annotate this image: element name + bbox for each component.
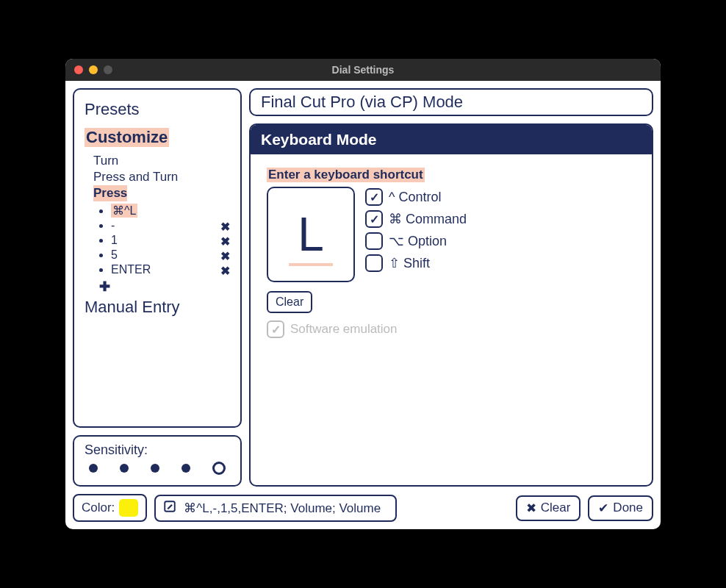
sidebar-item-turn[interactable]: Turn bbox=[93, 153, 230, 169]
sidebar-item-press[interactable]: Press bbox=[93, 185, 127, 201]
sensitivity-slider[interactable] bbox=[85, 458, 230, 475]
color-label: Color: bbox=[82, 501, 115, 515]
close-icon: ✖ bbox=[526, 501, 536, 516]
keyboard-mode-header: Keyboard Mode bbox=[251, 125, 652, 154]
press-action-item[interactable]: ⌘^L bbox=[111, 203, 230, 218]
clear-all-button[interactable]: ✖ Clear bbox=[516, 495, 581, 521]
main-row: Presets Customize Turn Press and Turn Pr… bbox=[73, 88, 653, 487]
clear-shortcut-button[interactable]: Clear bbox=[267, 291, 312, 313]
presets-heading[interactable]: Presets bbox=[85, 100, 230, 119]
summary-field-wrap bbox=[154, 495, 397, 522]
modifier-label: ⌘ Command bbox=[389, 211, 467, 227]
sensitivity-level-selected[interactable] bbox=[212, 462, 226, 475]
shortcut-key-input[interactable]: L bbox=[267, 187, 355, 282]
checkbox-checked-icon[interactable]: ✓ bbox=[365, 188, 383, 206]
done-button[interactable]: ✔ Done bbox=[588, 495, 653, 521]
mode-title: Final Cut Pro (via CP) Mode bbox=[261, 93, 463, 111]
sensitivity-panel: Sensitivity: bbox=[73, 435, 242, 487]
customize-items: Turn Press and Turn Press bbox=[85, 153, 230, 201]
delete-action-icon[interactable]: ✖ bbox=[220, 234, 230, 248]
delete-action-icon[interactable]: ✖ bbox=[220, 249, 230, 263]
delete-action-icon[interactable]: ✖ bbox=[220, 264, 230, 278]
summary-input[interactable] bbox=[184, 501, 388, 515]
close-window-button[interactable] bbox=[74, 65, 83, 74]
sidebar-panel: Presets Customize Turn Press and Turn Pr… bbox=[73, 88, 242, 428]
shortcut-key-letter: L bbox=[298, 207, 324, 262]
minimize-window-button[interactable] bbox=[89, 65, 98, 74]
modifier-list: ✓ ^ Control ✓ ⌘ Command ⌥ Option bbox=[365, 187, 467, 272]
color-picker[interactable]: Color: bbox=[73, 494, 147, 522]
press-action-item[interactable]: 5✖ bbox=[111, 248, 230, 262]
left-column: Presets Customize Turn Press and Turn Pr… bbox=[73, 88, 242, 487]
shortcut-prompt-label: Enter a keyboard shortcut bbox=[267, 168, 425, 182]
press-actions-list: ⌘^L -✖ 1✖ 5✖ ENTER✖ bbox=[85, 203, 230, 277]
press-action-item[interactable]: ENTER✖ bbox=[111, 262, 230, 277]
software-emulation-row: ✓ Software emulation bbox=[267, 320, 636, 338]
sidebar-item-press-and-turn[interactable]: Press and Turn bbox=[93, 169, 230, 185]
window-controls bbox=[65, 65, 112, 74]
content: Presets Customize Turn Press and Turn Pr… bbox=[65, 81, 661, 529]
modifier-shift[interactable]: ⇧ Shift bbox=[365, 254, 467, 272]
press-action-item[interactable]: 1✖ bbox=[111, 233, 230, 248]
shortcut-row: L ✓ ^ Control ✓ ⌘ Command bbox=[267, 187, 636, 282]
sensitivity-level[interactable] bbox=[120, 464, 129, 473]
delete-action-icon[interactable]: ✖ bbox=[220, 220, 230, 234]
modifier-label: ⌥ Option bbox=[389, 233, 447, 249]
sensitivity-level[interactable] bbox=[151, 464, 159, 473]
checkbox-disabled-icon: ✓ bbox=[267, 320, 284, 338]
settings-window: Dial Settings Presets Customize Turn Pre… bbox=[65, 59, 661, 529]
modifier-label: ⇧ Shift bbox=[389, 255, 430, 271]
press-action-label: - bbox=[111, 219, 115, 232]
modifier-label: ^ Control bbox=[389, 190, 441, 205]
keyboard-mode-body: Enter a keyboard shortcut L ✓ ^ Control bbox=[251, 154, 652, 351]
keyboard-mode-panel: Keyboard Mode Enter a keyboard shortcut … bbox=[249, 123, 653, 487]
maximize-window-button[interactable] bbox=[104, 65, 112, 74]
modifier-option[interactable]: ⌥ Option bbox=[365, 232, 467, 250]
customize-heading[interactable]: Customize bbox=[85, 128, 169, 147]
press-action-label: 1 bbox=[111, 234, 118, 246]
check-icon: ✔ bbox=[598, 501, 608, 516]
right-column: Final Cut Pro (via CP) Mode Keyboard Mod… bbox=[249, 88, 653, 487]
press-action-label: ENTER bbox=[111, 263, 151, 276]
checkbox-unchecked-icon[interactable] bbox=[365, 232, 383, 250]
done-button-label: Done bbox=[613, 501, 643, 515]
modifier-control[interactable]: ✓ ^ Control bbox=[365, 188, 467, 206]
press-action-item[interactable]: -✖ bbox=[111, 218, 230, 233]
sensitivity-level[interactable] bbox=[89, 464, 98, 473]
footer-row: Color: ✖ Clear ✔ Done bbox=[73, 494, 653, 522]
press-action-label: ⌘^L bbox=[111, 204, 137, 218]
mode-title-box: Final Cut Pro (via CP) Mode bbox=[249, 88, 653, 116]
modifier-command[interactable]: ✓ ⌘ Command bbox=[365, 210, 467, 228]
checkbox-checked-icon[interactable]: ✓ bbox=[365, 210, 383, 228]
add-action-button[interactable]: ✚ bbox=[85, 277, 230, 295]
clear-button-label: Clear bbox=[541, 501, 571, 515]
window-title: Dial Settings bbox=[65, 64, 661, 76]
input-caret bbox=[289, 263, 333, 266]
checkbox-unchecked-icon[interactable] bbox=[365, 254, 383, 272]
color-swatch[interactable] bbox=[119, 499, 138, 517]
software-emulation-label: Software emulation bbox=[290, 322, 398, 337]
edit-icon[interactable] bbox=[163, 500, 176, 517]
manual-entry-heading[interactable]: Manual Entry bbox=[85, 298, 230, 317]
sensitivity-label: Sensitivity: bbox=[85, 442, 230, 458]
titlebar: Dial Settings bbox=[65, 59, 661, 81]
press-action-label: 5 bbox=[111, 248, 118, 261]
sensitivity-level[interactable] bbox=[182, 464, 190, 473]
